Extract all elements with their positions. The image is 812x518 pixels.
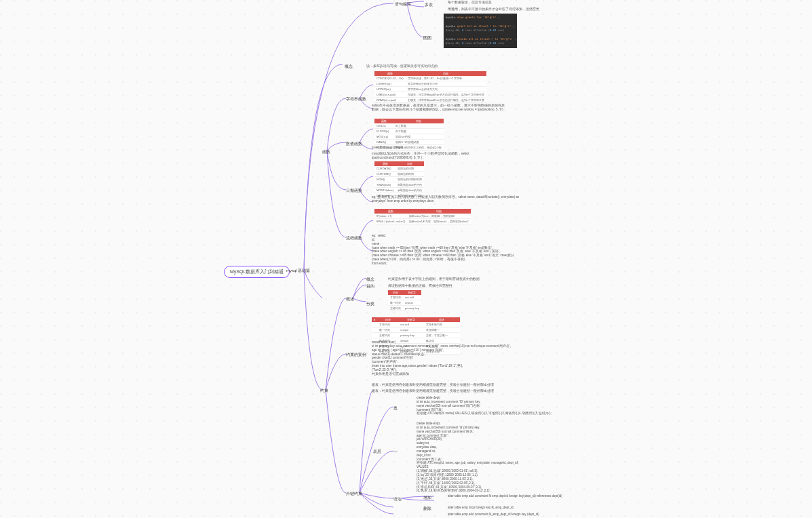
- node-cons-demo[interactable]: 约束的案例: [346, 352, 366, 358]
- math-fn-note2: mysql能以加法的方式操作，生序一个小数类型转化成函数，select lpad…: [372, 152, 507, 160]
- flow-fn-table: 函数功能IF(value, t, f)如果value为true，则返回t，否则返…: [374, 209, 471, 224]
- date-fn-note: eg: 查询所有员工的入职天数，并根据入职天数倒序排序。select name,…: [372, 195, 521, 203]
- fk-dept-label[interactable]: 奥: [393, 405, 398, 412]
- root-node[interactable]: MySQL数据库入门到精通: [224, 266, 290, 278]
- node-date-fn[interactable]: 日期函数: [346, 188, 362, 194]
- fk-del-text: alter table emp drop foreign key fk_emp_…: [448, 506, 514, 510]
- fk-add-label[interactable]: 增加: [423, 495, 431, 501]
- fk-table-label[interactable]: 表层: [373, 449, 381, 455]
- code-sample-image: mysql> show grants for 'hh'@'%' ; mysql>…: [444, 14, 517, 48]
- fk-outer-text: alter table emp add constraint fk_emp_de…: [448, 513, 539, 517]
- string-fn-note: sql操作不会改变原数据表，改变的只是显示，如一些小函数，展示不影响数据的原始在…: [372, 104, 507, 112]
- fk-dept-text: create table dept( id int auto_increment…: [417, 396, 552, 416]
- overview-c1-label[interactable]: 概念: [366, 277, 374, 283]
- overview-c3-table: 约束关键字非空约束not null唯一约束unique主键约束primary k…: [388, 290, 421, 311]
- overview-c2-text: 保证数据库中数据的正确、有效性和完整性: [388, 283, 452, 288]
- string-fn-table: 函数功能CONCAT(S1,S2,...Sn)字符串拼接，将S1,S2,...S…: [374, 71, 486, 103]
- node-math-fn[interactable]: 数值函数: [346, 141, 362, 147]
- sqlcat-sub1: 每个数据安全，信息专项信息: [448, 0, 492, 5]
- fk-emp-text: create table emp( id int auto_increment …: [417, 422, 518, 493]
- fk-add-text: alter table emp add constraint fk emp de…: [448, 494, 562, 498]
- sqlcat-sub2: 用通用，则表示不显示的条件才合对应了待行添加，但清空无: [448, 7, 539, 12]
- node-sqlcat-2[interactable]: 多表: [425, 2, 433, 8]
- overview-c3-label[interactable]: 分类: [366, 301, 374, 307]
- node-flow-fn[interactable]: 流程函数: [346, 235, 362, 241]
- node-sqlcat-1[interactable]: 语句编写: [395, 1, 411, 7]
- concept-text: 说一条SQL语句写成一些逻辑关系可统访问点的: [366, 64, 438, 68]
- l1-mysql-basic[interactable]: mysql 基础篇: [286, 268, 310, 274]
- mindmap-canvas[interactable]: MySQL数据库入门到精通 mysql 基础篇 语句编写 多表 每个数据安全，信…: [0, 0, 812, 518]
- fk-emp-label[interactable]: 一: [393, 450, 398, 456]
- fk-syntax-label[interactable]: 语法: [393, 496, 402, 502]
- branch-constraints[interactable]: 约束: [320, 388, 328, 394]
- node-string-fn[interactable]: 字符串函数: [346, 96, 366, 102]
- overview-c1-text: 约束是作用于表中字段上的规则，用于限制存储在表中的数据: [388, 277, 480, 281]
- branch-functions[interactable]: 函数: [322, 149, 330, 155]
- node-concept[interactable]: 概念: [345, 64, 353, 70]
- branch-overview[interactable]: 概述: [346, 296, 354, 302]
- flow-fn-notes: eg: select id, name (case when math >= 8…: [372, 234, 514, 266]
- cons-demo-warn: 建表：约束是使用在创建表时使用规规范创建完整，实验台创建些一般的脚本处理: [372, 389, 494, 393]
- fk-del-label[interactable]: 删除: [423, 506, 431, 512]
- cons-demo-code: create table user( id int primary key au…: [372, 340, 511, 376]
- math-fn-note1: now()是当前日期时间: [372, 146, 403, 150]
- overview-c2-label[interactable]: 目的: [366, 283, 374, 290]
- date-fn-table: 函数功能CURDATE()返回当前日期CURTIME()返回当前时间NOW()返…: [374, 161, 424, 199]
- node-foreign-key[interactable]: 外键约束: [346, 491, 362, 497]
- cons-demo-remark: 建表：约束是使用在创建表时使用规规范创建完整，实验台创建些一般的脚本处理: [372, 383, 494, 387]
- node-sqlcat-code-label[interactable]: 图图: [423, 35, 431, 41]
